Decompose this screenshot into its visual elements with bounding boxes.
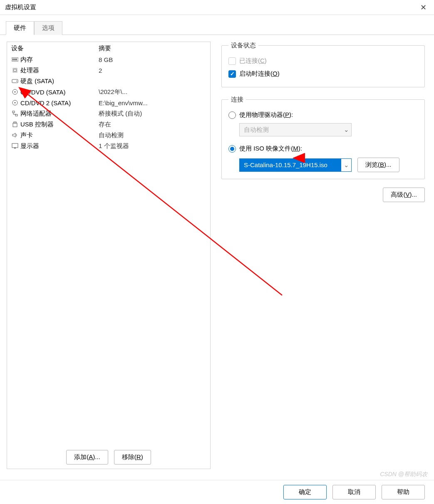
device-summary: E:\big_env\vmw... (99, 99, 206, 106)
cpu-icon (11, 67, 19, 74)
advanced-row: 高级(V)... (221, 188, 425, 202)
device-summary: \2022年\... (99, 88, 206, 96)
advanced-button[interactable]: 高级(V)... (383, 188, 425, 202)
titlebar: 虚拟机设置 ✕ (0, 0, 434, 15)
connected-row: 已连接(C) (228, 54, 418, 67)
watermark: CSDN @帮助码农 (380, 471, 427, 478)
use-physical-label: 使用物理驱动器(P): (239, 111, 293, 119)
window-title: 虚拟机设置 (5, 3, 36, 11)
connect-at-poweron-label: 启动时连接(O) (239, 70, 280, 78)
display-icon (11, 142, 19, 150)
device-name: 网络适配器 (20, 110, 99, 118)
device-list: 内存 8 GB 处理器 2 硬盘 (SATA) (7, 54, 210, 446)
device-buttons: 添加(A)... 移除(R) (7, 446, 210, 469)
svg-rect-1 (12, 59, 13, 60)
device-summary: 存在 (99, 121, 206, 128)
close-icon[interactable]: ✕ (418, 3, 429, 12)
device-name: 声卡 (20, 131, 99, 139)
iso-path-dropdown[interactable]: S-Catalina-10.15.7_19H15.iso ⌄ (239, 158, 352, 172)
connect-at-poweron-checkbox[interactable] (228, 70, 236, 78)
device-status-legend: 设备状态 (228, 42, 258, 49)
device-header-row: 设备 摘要 (7, 42, 210, 54)
svg-rect-17 (12, 143, 18, 148)
svg-point-10 (15, 91, 16, 93)
device-row-sound[interactable]: 声卡 自动检测 (7, 130, 210, 141)
use-physical-radio[interactable] (228, 111, 236, 119)
add-device-button[interactable]: 添加(A)... (66, 450, 108, 464)
tab-hardware[interactable]: 硬件 (6, 21, 34, 35)
device-row-cddvd[interactable]: CD/DVD (SATA) \2022年\... (7, 86, 210, 97)
col-device-header: 设备 (11, 44, 99, 52)
remove-device-button[interactable]: 移除(R) (114, 450, 151, 464)
cd-icon (11, 99, 19, 106)
disk-icon (11, 77, 19, 85)
device-name: CD/DVD (SATA) (20, 89, 99, 96)
svg-rect-4 (16, 59, 17, 60)
physical-drive-dropdown: 自动检测 ⌄ (239, 123, 352, 136)
use-physical-row: 使用物理驱动器(P): (228, 109, 418, 121)
device-name: 处理器 (20, 67, 99, 74)
device-summary: 桥接模式 (自动) (99, 110, 206, 118)
device-name: CD/DVD 2 (SATA) (20, 99, 99, 106)
usb-icon (11, 121, 19, 128)
device-summary: 自动检测 (99, 131, 206, 139)
device-row-memory[interactable]: 内存 8 GB (7, 54, 210, 65)
content-area: 设备 摘要 内存 8 GB 处理器 2 硬 (0, 35, 434, 476)
chevron-down-icon: ⌄ (341, 126, 351, 133)
svg-rect-13 (12, 111, 15, 113)
svg-rect-2 (14, 59, 15, 60)
memory-icon (11, 56, 19, 63)
device-name: 内存 (20, 56, 99, 64)
connected-checkbox (228, 57, 236, 65)
use-iso-label: 使用 ISO 映像文件(M): (239, 145, 302, 153)
device-name: USB 控制器 (20, 121, 99, 128)
iso-input-row: S-Catalina-10.15.7_19H15.iso ⌄ 浏览(B)... (239, 158, 418, 172)
svg-rect-14 (15, 114, 17, 116)
connect-at-poweron-row: 启动时连接(O) (228, 67, 418, 80)
ok-button[interactable]: 确定 (283, 485, 327, 499)
cancel-button[interactable]: 取消 (332, 485, 376, 499)
device-name: 硬盘 (SATA) (20, 77, 99, 85)
sound-icon (11, 131, 19, 139)
settings-panel: 设备状态 已连接(C) 启动时连接(O) 连接 使用物理驱动器(P): (219, 42, 427, 469)
device-row-display[interactable]: 显示器 1 个监视器 (7, 141, 210, 151)
iso-path-value: S-Catalina-10.15.7_19H15.iso (240, 159, 341, 171)
connection-legend: 连接 (228, 96, 246, 104)
connected-label: 已连接(C) (239, 57, 267, 65)
device-row-cddvd2[interactable]: CD/DVD 2 (SATA) E:\big_env\vmw... (7, 97, 210, 108)
help-button[interactable]: 帮助 (382, 485, 425, 499)
dialog-footer: 确定 取消 帮助 (0, 480, 434, 504)
svg-rect-6 (14, 69, 16, 72)
use-iso-row: 使用 ISO 映像文件(M): (228, 142, 418, 155)
device-row-cpu[interactable]: 处理器 2 (7, 65, 210, 76)
device-name: 显示器 (20, 142, 99, 150)
svg-rect-3 (15, 59, 16, 60)
device-summary: 2 (99, 67, 206, 74)
svg-rect-18 (14, 148, 16, 148)
cd-icon (11, 88, 19, 96)
network-icon (11, 110, 19, 117)
tab-options[interactable]: 选项 (34, 21, 62, 35)
device-panel: 设备 摘要 内存 8 GB 处理器 2 硬 (7, 42, 211, 469)
browse-button[interactable]: 浏览(B)... (357, 158, 399, 172)
device-summary: 1 个监视器 (99, 142, 206, 150)
connection-group: 连接 使用物理驱动器(P): 自动检测 ⌄ 使用 ISO 映像文件(M): S- (221, 96, 425, 179)
chevron-down-icon[interactable]: ⌄ (341, 161, 351, 169)
device-row-usb[interactable]: USB 控制器 存在 (7, 119, 210, 130)
svg-point-12 (15, 102, 16, 104)
physical-drive-value: 自动检测 (240, 126, 341, 134)
device-row-network[interactable]: 网络适配器 桥接模式 (自动) (7, 108, 210, 119)
tabstrip: 硬件 选项 (0, 15, 434, 35)
svg-point-8 (16, 81, 17, 82)
col-summary-header: 摘要 (99, 44, 206, 52)
device-row-disk[interactable]: 硬盘 (SATA) (7, 76, 210, 86)
use-iso-radio[interactable] (228, 145, 236, 153)
device-summary: 8 GB (99, 56, 206, 63)
svg-rect-16 (13, 123, 17, 127)
device-status-group: 设备状态 已连接(C) 启动时连接(O) (221, 42, 425, 87)
